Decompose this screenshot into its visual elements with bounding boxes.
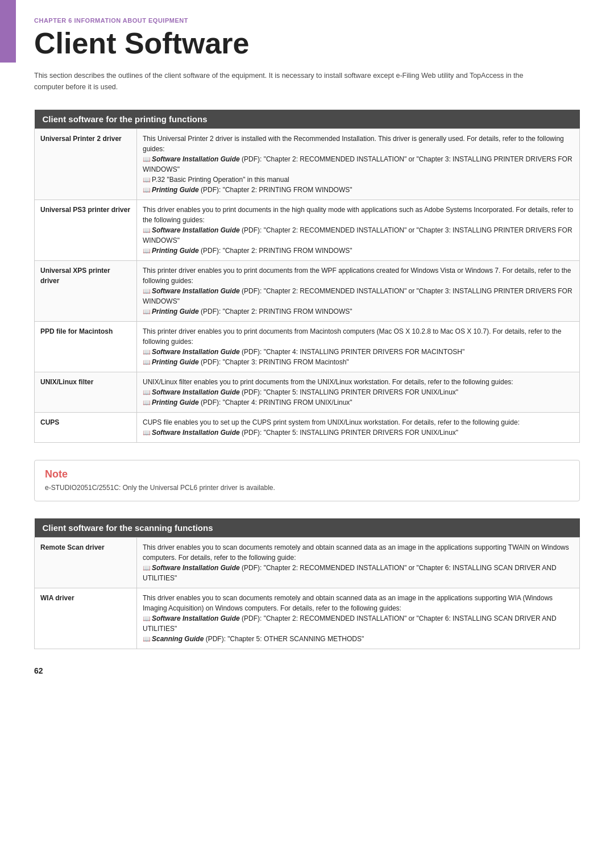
printing-section-header-label: Client software for the printing functio…: [35, 110, 580, 129]
driver-name: PPD file for Macintosh: [35, 322, 137, 372]
driver-name: Universal PS3 printer driver: [35, 200, 137, 261]
purple-accent-bar: [0, 0, 16, 63]
intro-text: This section describes the outlines of t…: [34, 70, 546, 93]
chapter-header: Chapter 6 INFORMATION ABOUT EQUIPMENT: [34, 17, 580, 24]
driver-name: Remote Scan driver: [35, 538, 137, 588]
driver-description: This driver enables you to scan document…: [137, 588, 580, 649]
page-container: Chapter 6 INFORMATION ABOUT EQUIPMENT Cl…: [0, 0, 614, 709]
driver-description: This printer driver enables you to print…: [137, 261, 580, 322]
printing-section-header: Client software for the printing functio…: [35, 110, 580, 129]
page-number: 62: [34, 666, 580, 675]
page-title: Client Software: [34, 27, 580, 60]
driver-name: CUPS: [35, 413, 137, 443]
printing-functions-table: Client software for the printing functio…: [34, 110, 580, 443]
table-row: UNIX/Linux filterUNIX/Linux filter enabl…: [35, 372, 580, 413]
note-text: e-STUDIO2051C/2551C: Only the Universal …: [45, 483, 569, 493]
scanning-section-header-label: Client software for the scanning functio…: [35, 518, 580, 538]
driver-description: This Universal Printer 2 driver is insta…: [137, 129, 580, 200]
scanning-section-header: Client software for the scanning functio…: [35, 518, 580, 538]
driver-name: Universal Printer 2 driver: [35, 129, 137, 200]
table-row: PPD file for MacintoshThis printer drive…: [35, 322, 580, 372]
driver-name: Universal XPS printer driver: [35, 261, 137, 322]
table-row: Universal PS3 printer driverThis driver …: [35, 200, 580, 261]
table-row: Universal XPS printer driverThis printer…: [35, 261, 580, 322]
note-box: Note e-STUDIO2051C/2551C: Only the Unive…: [34, 460, 580, 501]
scanning-functions-table: Client software for the scanning functio…: [34, 518, 580, 649]
table-row: Universal Printer 2 driverThis Universal…: [35, 129, 580, 200]
driver-name: WIA driver: [35, 588, 137, 649]
driver-description: This printer driver enables you to print…: [137, 322, 580, 372]
note-title: Note: [45, 468, 569, 480]
driver-description: UNIX/Linux filter enables you to print d…: [137, 372, 580, 413]
driver-description: This driver enables you to print documen…: [137, 200, 580, 261]
table-row: Remote Scan driverThis driver enables yo…: [35, 538, 580, 588]
driver-description: CUPS file enables you to set up the CUPS…: [137, 413, 580, 443]
driver-name: UNIX/Linux filter: [35, 372, 137, 413]
table-row: CUPSCUPS file enables you to set up the …: [35, 413, 580, 443]
table-row: WIA driverThis driver enables you to sca…: [35, 588, 580, 649]
driver-description: This driver enables you to scan document…: [137, 538, 580, 588]
